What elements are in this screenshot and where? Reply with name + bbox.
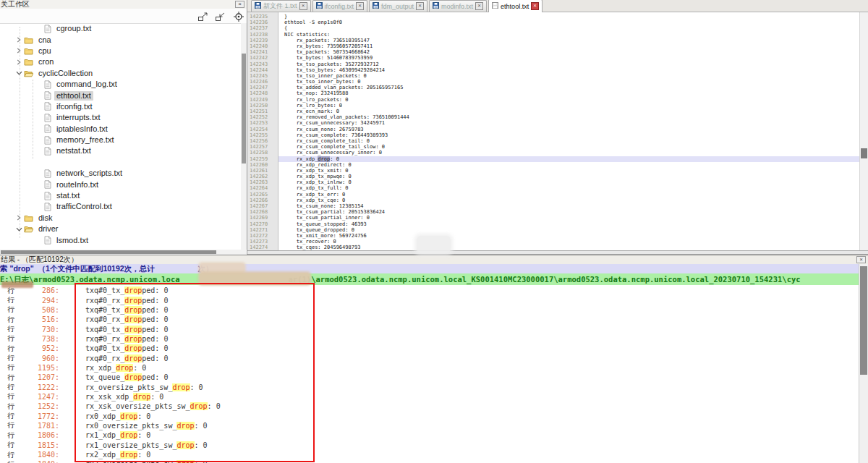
search-result-row[interactable]: 行 730: txq#0_tx_dropped: 0 xyxy=(0,324,859,334)
tab-modinfo.txt[interactable]: modinfo.txt × xyxy=(429,0,487,12)
search-result-row[interactable]: 行 1781: rx0_oversize_pkts_sw_drop: 0 xyxy=(0,421,859,430)
tree-expander-icon[interactable] xyxy=(16,59,24,65)
tab-新文件 1.txt[interactable]: 新文件 1.txt × xyxy=(251,0,311,12)
tree-item-cgroup.txt[interactable]: cgroup.txt xyxy=(0,23,241,34)
scrollbar-thumb[interactable] xyxy=(861,148,867,158)
tab-ethtool.txt[interactable]: ethtool.txt × xyxy=(488,0,542,12)
tree-item-cyclicCollection[interactable]: cyclicCollection xyxy=(0,68,241,79)
search-result-row[interactable]: 行 1849: rx2_oversize_pkts_sw_drop: 0 xyxy=(0,459,859,463)
line-text: ethtool -S enp1s0f0 xyxy=(278,20,860,25)
tab-label: ethtool.txt xyxy=(501,3,529,10)
tab-fdm_output[interactable]: fdm_output × xyxy=(369,0,427,12)
line-number: 142238 xyxy=(247,32,278,38)
row-match-text: rx_xdp_drop: 0 xyxy=(85,364,146,372)
tree-item-iptablesInfo.txt[interactable]: iptablesInfo.txt xyxy=(0,124,241,135)
tab-close-icon[interactable]: × xyxy=(299,2,307,10)
folder-icon xyxy=(24,36,33,44)
tree-item-routeInfo.txt[interactable]: routeInfo.txt xyxy=(0,179,241,190)
tree-expander-icon[interactable] xyxy=(16,37,24,43)
path-part2: ar(1)\armod0523.odata.ncmp.unicom.local_… xyxy=(289,275,801,284)
file-icon xyxy=(44,25,51,33)
tree-horizontal-scrollbar[interactable] xyxy=(0,250,246,255)
editor-text[interactable]: 142235 } 142236 ethtool -S enp1s0f0 1422… xyxy=(247,14,860,251)
tree-item-command_log.txt[interactable]: command_log.txt xyxy=(0,79,241,90)
row-line-number: 1222: xyxy=(19,383,59,391)
search-result-row[interactable]: 行 1815: rx1_oversize_pkts_sw_drop: 0 xyxy=(0,441,859,450)
tree-item-ethtool.txt[interactable]: ethtool.txt xyxy=(0,90,241,101)
search-result-row[interactable]: 行 1207: tx_queue_dropped: 0 xyxy=(0,373,859,382)
line-text: rx_xdp_tx_mpwqe: 0 xyxy=(278,174,860,179)
locate-file-icon[interactable] xyxy=(234,12,245,21)
tree-expander-icon[interactable] xyxy=(16,215,24,221)
row-line-prefix: 行 xyxy=(7,305,19,315)
search-result-row[interactable]: 行 286: txq#0_tx_dropped: 0 xyxy=(0,286,859,295)
line-number: 142259 xyxy=(247,156,278,162)
save-icon xyxy=(492,2,498,10)
search-result-row[interactable]: 行 738: rxq#0_rx_dropped: 0 xyxy=(0,334,859,344)
editor-vertical-scrollbar[interactable] xyxy=(859,12,868,251)
search-result-row[interactable]: 行 294: rxq#0_rx_dropped: 0 xyxy=(0,295,859,305)
line-text: rx_xdp_tx_xmit: 0 xyxy=(278,168,860,174)
scrollbar-thumb[interactable] xyxy=(860,266,867,375)
tree-expander-icon[interactable] xyxy=(16,48,24,54)
results-close-icon[interactable]: × xyxy=(856,256,866,263)
editor-pane[interactable]: 142235 } 142236 ethtool -S enp1s0f0 1422… xyxy=(247,12,868,251)
search-result-row[interactable]: 行 960: rxq#0_rx_dropped: 0 xyxy=(0,353,859,362)
expand-all-icon[interactable] xyxy=(197,12,209,21)
row-line-prefix: 行 xyxy=(7,440,19,450)
match-highlight: drop xyxy=(172,383,190,391)
search-result-row[interactable]: 行 1247: rx_xsk_xdp_drop: 0 xyxy=(0,392,859,402)
search-result-row[interactable]: 行 1772: rx0_xdp_drop: 0 xyxy=(0,411,859,420)
tree-item-driver[interactable]: driver xyxy=(0,224,241,234)
line-text: tx_csum_partial_inner: 0 xyxy=(278,215,860,221)
tree-item-network_scripts.txt[interactable]: network_scripts.txt xyxy=(0,168,241,179)
tree-item-stat.txt[interactable]: stat.txt xyxy=(0,190,241,201)
folder-icon xyxy=(24,47,33,55)
tree-expander-icon[interactable] xyxy=(16,70,24,76)
tree-item-label: iptablesInfo.txt xyxy=(54,124,110,134)
search-result-row[interactable]: 行 1195: rx_xdp_drop: 0 xyxy=(0,363,859,373)
editor-line: 142243 tx_tso_packets: 35272932712 xyxy=(247,61,860,67)
tree-item-trafficControl.txt[interactable]: trafficControl.txt xyxy=(0,201,241,212)
folder-icon xyxy=(24,58,33,66)
line-text: } xyxy=(278,14,860,20)
tree-vertical-scrollbar[interactable] xyxy=(241,23,247,250)
workspace-close-icon[interactable]: × xyxy=(235,1,244,8)
tree-item-netstat.txt[interactable]: netstat.txt xyxy=(0,145,241,156)
editor-line: 142266 rx_xdp_tx_cqe: 0 xyxy=(247,197,860,203)
search-result-row[interactable]: 行 1252: rx_xsk_oversize_pkts_sw_drop: 0 xyxy=(0,402,859,411)
tree-item-memory_free.txt[interactable]: memory_free.txt xyxy=(0,135,241,145)
tree-item-label: stat.txt xyxy=(54,191,82,200)
collapse-all-icon[interactable] xyxy=(215,12,226,21)
search-result-row[interactable]: 行 516: rxq#0_rx_dropped: 0 xyxy=(0,315,859,324)
search-result-row[interactable]: 行 1222: rx_oversize_pkts_sw_drop: 0 xyxy=(0,382,859,391)
search-result-row[interactable]: 行 1840: rx2_xdp_drop: 0 xyxy=(0,450,859,459)
line-number: 142262 xyxy=(247,174,278,179)
line-number: 142242 xyxy=(247,55,278,61)
result-file-path-row[interactable]: E:\日志\armod0523.odata.ncmp.unicom.locaar… xyxy=(0,273,859,285)
results-vertical-scrollbar[interactable] xyxy=(859,264,868,463)
tab-close-icon[interactable]: × xyxy=(531,2,539,10)
tab-close-icon[interactable]: × xyxy=(475,2,483,10)
scrollbar-thumb[interactable] xyxy=(1,250,216,254)
tree-item-label: cgroup.txt xyxy=(54,24,93,33)
tree-expander-icon[interactable] xyxy=(16,226,24,232)
file-icon xyxy=(44,203,51,211)
search-result-row[interactable]: 行 1806: rx1_xdp_drop: 0 xyxy=(0,430,859,440)
row-line-number: 1815: xyxy=(19,441,59,449)
search-result-row[interactable]: 行 508: txq#0_tx_dropped: 0 xyxy=(0,305,859,315)
tree-item-ifconfig.txt[interactable]: ifconfig.txt xyxy=(0,101,241,112)
tree-item-cpu[interactable]: cpu xyxy=(0,46,241,56)
tree-item-cna[interactable]: cna xyxy=(0,34,241,45)
tree-item-interrupts.txt[interactable]: interrupts.txt xyxy=(0,112,241,123)
scrollbar-thumb[interactable] xyxy=(242,54,246,163)
tree-item-disk[interactable]: disk xyxy=(0,213,241,224)
tree-item-cron[interactable]: cron xyxy=(0,56,241,67)
tree-item-lsmod.txt[interactable]: lsmod.txt xyxy=(0,234,241,245)
row-line-prefix: 行 xyxy=(7,430,19,441)
line-number: 142266 xyxy=(247,197,278,203)
search-result-row[interactable]: 行 952: txq#0_tx_dropped: 0 xyxy=(0,344,859,353)
tab-close-icon[interactable]: × xyxy=(416,2,424,10)
tab-close-icon[interactable]: × xyxy=(356,2,364,10)
tab-ifconfig.txt[interactable]: ifconfig.txt × xyxy=(312,0,368,12)
